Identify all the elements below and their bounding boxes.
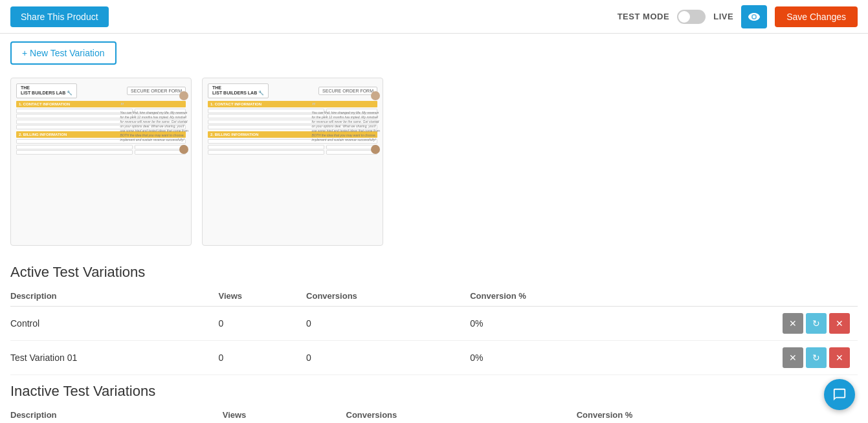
col-conversions-inactive: Conversions (346, 405, 577, 423)
share-button[interactable]: Share This Product (10, 6, 109, 27)
preview-area: THELIST BUILDERS LAB 🔧 SECURE ORDER FORM… (0, 72, 868, 256)
refresh-button-0[interactable]: ↻ (806, 313, 827, 334)
row-views: 0 (218, 307, 306, 341)
logo-2: THELIST BUILDERS LAB 🔧 (208, 83, 269, 98)
refresh-button-1[interactable]: ↻ (806, 347, 827, 368)
row-views: 0 (218, 341, 306, 375)
active-table-body: Control 0 0 0% ✕ ↻ ✕ Test Variation 01 0… (10, 307, 858, 375)
row-actions: ✕ ↻ ✕ (648, 341, 858, 375)
inactive-table-head: Description Views Conversions Conversion… (10, 405, 858, 423)
active-table: Description Views Conversions Conversion… (10, 286, 858, 375)
preview-button[interactable] (741, 5, 767, 28)
inactive-table-wrapper: Description Views Conversions Conversion… (0, 405, 868, 423)
active-table-header-row: Description Views Conversions Conversion… (10, 286, 858, 307)
col-views-inactive: Views (223, 405, 346, 423)
avatar-2 (179, 145, 188, 154)
disable-button-0[interactable]: ✕ (783, 313, 803, 334)
chat-icon (832, 387, 847, 402)
live-label: LIVE (713, 12, 733, 21)
testimonial-1: " You can find, hire changed my life. My… (120, 91, 188, 155)
inactive-table-header-row: Description Views Conversions Conversion… (10, 405, 858, 423)
active-section-header: Active Test Variations (0, 256, 868, 286)
active-table-head: Description Views Conversions Conversion… (10, 286, 858, 307)
row-conversions: 0 (306, 307, 470, 341)
avatar-3 (371, 91, 380, 100)
table-row: Test Variation 01 0 0 0% ✕ ↻ ✕ (10, 341, 858, 375)
col-views-active: Views (218, 286, 306, 307)
save-button[interactable]: Save Changes (775, 6, 858, 27)
col-description-active: Description (10, 286, 218, 307)
delete-button-0[interactable]: ✕ (829, 313, 850, 334)
preview-card-2[interactable]: THELIST BUILDERS LAB 🔧 SECURE ORDER FORM… (202, 78, 383, 246)
action-buttons-1: ✕ ↻ ✕ (648, 347, 850, 368)
action-buttons-0: ✕ ↻ ✕ (648, 313, 850, 334)
delete-button-1[interactable]: ✕ (829, 347, 850, 368)
col-conversion-pct-inactive: Conversion % (577, 405, 827, 423)
avatar-1 (179, 91, 188, 100)
row-actions: ✕ ↻ ✕ (648, 307, 858, 341)
row-conversion-pct: 0% (470, 307, 648, 341)
row-description: Test Variation 01 (10, 341, 218, 375)
logo-1: THELIST BUILDERS LAB 🔧 (16, 83, 77, 98)
header: Share This Product TEST MODE LIVE Save C… (0, 0, 868, 34)
test-mode-label: TEST MODE (618, 12, 670, 21)
new-variation-button[interactable]: + New Test Variation (10, 41, 117, 65)
avatar-4 (371, 145, 380, 154)
header-right: TEST MODE LIVE Save Changes (618, 5, 858, 28)
test-mode-toggle[interactable] (677, 10, 706, 24)
col-actions-active (648, 286, 858, 307)
col-description-inactive: Description (10, 405, 223, 423)
row-conversions: 0 (306, 341, 470, 375)
toolbar: + New Test Variation (0, 34, 868, 72)
col-conversions-active: Conversions (306, 286, 470, 307)
active-table-wrapper: Description Views Conversions Conversion… (0, 286, 868, 375)
disable-button-1[interactable]: ✕ (783, 347, 803, 368)
preview-form-1: THELIST BUILDERS LAB 🔧 SECURE ORDER FORM… (11, 78, 191, 245)
testimonial-2: " You can find, hire changed my life. My… (311, 91, 380, 155)
preview-card-1[interactable]: THELIST BUILDERS LAB 🔧 SECURE ORDER FORM… (10, 78, 192, 246)
inactive-section-header: Inactive Test Variations (0, 375, 868, 405)
inactive-table: Description Views Conversions Conversion… (10, 405, 858, 423)
preview-form-2: THELIST BUILDERS LAB 🔧 SECURE ORDER FORM… (203, 78, 383, 245)
col-conversion-pct-active: Conversion % (470, 286, 648, 307)
table-row: Control 0 0 0% ✕ ↻ ✕ (10, 307, 858, 341)
row-description: Control (10, 307, 218, 341)
eye-icon (748, 13, 760, 21)
row-conversion-pct: 0% (470, 341, 648, 375)
chat-button[interactable] (824, 379, 855, 410)
